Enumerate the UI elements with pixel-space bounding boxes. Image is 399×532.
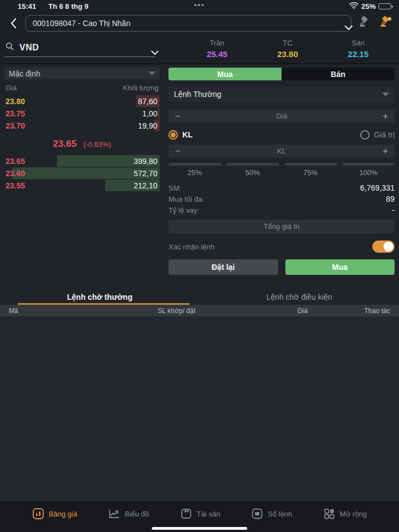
price-stepper: − Giá + [168, 110, 395, 122]
ladder-volume: 212,10 [134, 181, 157, 190]
ask-row[interactable]: 23.751,00 [4, 108, 160, 119]
max-buy-row: Mua tối đa: 89 [168, 193, 395, 204]
home-indicator[interactable] [152, 527, 247, 530]
nav-label: Mở rộng [340, 510, 367, 518]
reset-button[interactable]: Đặt lại [168, 259, 278, 275]
back-button[interactable] [7, 17, 20, 30]
price-board-icon [32, 508, 44, 520]
status-date: Th 6 8 thg 9 [48, 2, 88, 11]
max-buy-value: 89 [386, 195, 395, 203]
nav-label: Bảng giá [49, 510, 77, 518]
battery-percent: 25% [361, 2, 376, 11]
nav-chart[interactable]: Biểu đồ [108, 508, 149, 520]
quantity-plus-button[interactable]: + [377, 146, 388, 156]
percent-track [284, 163, 337, 166]
volume-bar [158, 108, 160, 119]
confirm-order-row: Xác nhận lệnh [168, 240, 395, 253]
clock: 15:41 [18, 2, 36, 11]
ceiling-price: Trần 25.45 [207, 39, 228, 59]
dropdown-arrow-icon [382, 93, 389, 96]
percent-button-75[interactable]: 75% [284, 163, 337, 177]
tab-sell[interactable]: Bán [282, 68, 395, 80]
status-bar: 15:41 Th 6 8 thg 9 ••• 25% [0, 0, 399, 12]
assets-icon [180, 508, 192, 520]
quantity-stepper: − KL + [168, 145, 395, 157]
ladder-filter-value: Mặc định [9, 69, 40, 78]
bid-row[interactable]: 23.55212,10 [4, 180, 160, 191]
floor-label: Sàn [352, 39, 365, 47]
ladder-price: 23.80 [4, 97, 25, 106]
orders-column-header: Giá [260, 307, 344, 315]
bid-row[interactable]: 23.65399,80 [4, 155, 160, 167]
percent-label: 100% [342, 168, 395, 177]
price-input[interactable]: Giá [186, 112, 377, 120]
account-selector[interactable]: 0001098047 - Cao Thị Nhân [25, 15, 351, 32]
percent-button-50[interactable]: 50% [227, 163, 279, 177]
tab-buy[interactable]: Mua [168, 68, 282, 80]
radio-unselected-icon [360, 130, 370, 140]
ladder-filter-select[interactable]: Mặc định [4, 68, 160, 79]
radio-selected-icon [168, 130, 178, 140]
orders-column-header: Mã [9, 307, 93, 315]
battery-icon [378, 3, 391, 9]
percent-label: 50% [227, 168, 279, 177]
last-price: 23.65 [53, 139, 77, 149]
percent-button-100[interactable]: 100% [342, 163, 395, 177]
quantity-input[interactable]: KL [186, 147, 377, 155]
ceiling-value: 25.45 [207, 49, 228, 59]
ask-row[interactable]: 23.7019,90 [4, 120, 160, 131]
radio-value[interactable]: Giá trị [360, 130, 395, 140]
nav-order-book[interactable]: Sổ lệnh [251, 508, 292, 520]
gavel-icon[interactable] [357, 16, 370, 31]
reference-price: TC 23.80 [277, 39, 298, 59]
order-book-icon [251, 508, 263, 520]
symbol-name: VND [19, 43, 39, 53]
buy-button[interactable]: Mua [285, 259, 395, 275]
radio-quantity[interactable]: KL [168, 130, 193, 140]
ladder-price: 23.65 [4, 157, 25, 166]
percent-button-25[interactable]: 25% [168, 163, 221, 177]
bid-row[interactable]: 23.60572,70 [4, 167, 160, 179]
floor-value: 22.15 [348, 49, 369, 59]
max-buy-label: Mua tối đa: [168, 195, 204, 203]
order-type-select[interactable]: Lệnh Thường [168, 86, 395, 102]
ladder-volume: 399,80 [134, 157, 157, 166]
total-value-field[interactable]: Tổng giá trị [168, 219, 395, 233]
order-form: Mua Bán Lệnh Thường − Giá + KL Giá trị −… [168, 68, 395, 275]
price-ladder: Mặc định Giá Khối lượng 23.8087,6023.751… [4, 68, 160, 275]
nav-label: Tài sản [197, 510, 221, 518]
orders-table-body [0, 316, 399, 511]
ladder-volume: 572,70 [134, 169, 157, 178]
ladder-price: 23.75 [4, 109, 25, 118]
nav-label: Sổ lệnh [268, 510, 292, 518]
confirm-order-toggle[interactable] [372, 241, 395, 253]
orders-column-header: Thao tác [344, 307, 390, 315]
percent-label: 75% [284, 168, 337, 177]
chart-icon [108, 508, 120, 520]
ladder-volume: 19,90 [138, 121, 157, 130]
quantity-minus-button[interactable]: − [175, 146, 186, 156]
last-trade: 23.65 (-0.63%) [4, 132, 160, 155]
app-header: 0001098047 - Cao Thị Nhân [0, 12, 399, 34]
gavel-order-icon[interactable] [378, 16, 392, 31]
ceiling-label: Trần [210, 39, 224, 47]
nav-price-board[interactable]: Bảng giá [32, 508, 77, 520]
price-plus-button[interactable]: + [377, 111, 388, 121]
price-minus-button[interactable]: − [175, 111, 186, 121]
percent-track [168, 163, 221, 166]
wifi-icon [349, 2, 359, 11]
nav-assets[interactable]: Tài sản [180, 508, 221, 520]
loan-ratio-row: Tỷ lệ vay: - [168, 204, 395, 216]
ask-row[interactable]: 23.8087,60 [4, 95, 160, 107]
symbol-selector[interactable]: VND [4, 40, 155, 57]
nav-more-grid[interactable]: Mở rộng [323, 508, 367, 520]
radio-value-label: Giá trị [374, 130, 395, 139]
tab-conditional-orders[interactable]: Lệnh chờ điều kiện [200, 289, 399, 305]
volume-column-header: Khối lượng [123, 84, 158, 92]
ask-rows: 23.8087,6023.751,0023.7019,90 [4, 95, 160, 131]
orders-table-header: MãSL khớp/ đặtGiáThao tác [0, 305, 399, 316]
tab-normal-orders[interactable]: Lệnh chờ thường [0, 289, 200, 305]
reference-label: TC [283, 39, 292, 47]
dropdown-arrow-icon [149, 71, 155, 75]
percent-label: 25% [168, 168, 221, 177]
